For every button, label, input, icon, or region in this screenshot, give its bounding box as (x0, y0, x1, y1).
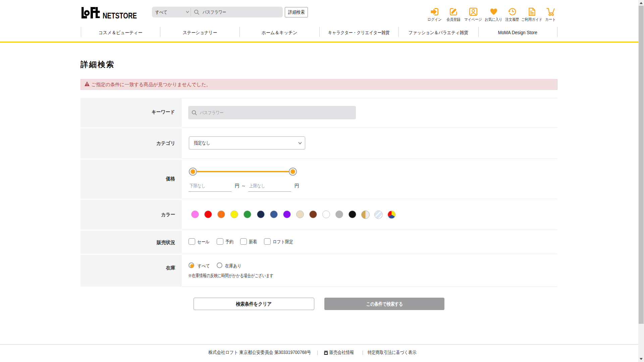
svg-text:NETSTORE: NETSTORE (103, 11, 137, 18)
